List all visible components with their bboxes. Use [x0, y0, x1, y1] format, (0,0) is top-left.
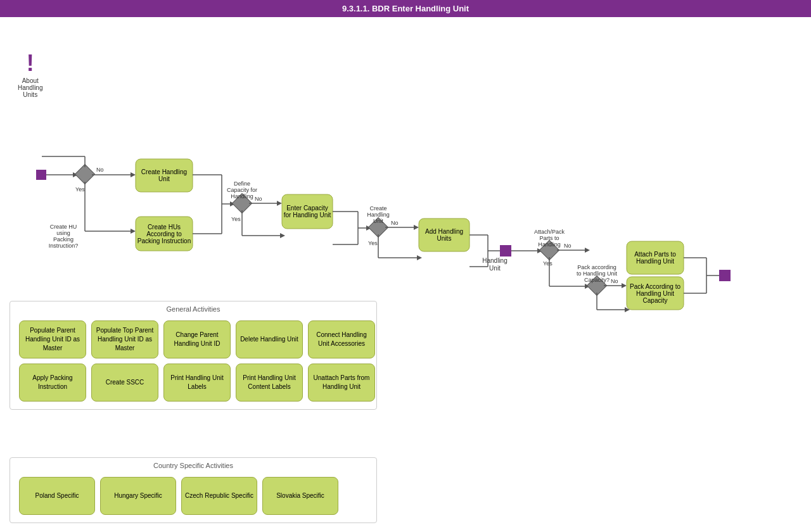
title-bar: 9.3.1.1. BDR Enter Handling Unit — [0, 0, 811, 17]
end-node — [719, 270, 731, 281]
svg-text:No: No — [255, 196, 262, 202]
svg-text:Unit: Unit — [489, 265, 501, 272]
svg-text:Define: Define — [234, 180, 250, 187]
country-btn-3[interactable]: Czech Republic Specific — [181, 477, 257, 515]
svg-marker-50 — [622, 283, 627, 288]
svg-text:Handling: Handling — [538, 241, 561, 248]
svg-text:Unit: Unit — [373, 218, 384, 224]
svg-marker-28 — [414, 225, 419, 230]
act-btn-7[interactable]: Create SSCC — [91, 364, 158, 402]
svg-text:No: No — [391, 220, 399, 226]
country-btn-1[interactable]: Poland Specific — [19, 477, 95, 515]
exclamation-icon: ! — [27, 52, 34, 75]
act-btn-8[interactable]: Print Handling Unit Labels — [163, 364, 231, 402]
svg-text:using: using — [56, 230, 70, 236]
svg-text:Yes: Yes — [231, 216, 241, 222]
svg-marker-16 — [277, 201, 282, 206]
svg-text:Yes: Yes — [368, 240, 378, 246]
svg-text:Handling: Handling — [482, 257, 507, 264]
act-btn-3[interactable]: Change Parent Handling Unit ID — [163, 320, 231, 358]
svg-text:Attach/Pack: Attach/Pack — [534, 229, 565, 235]
country-btn-2[interactable]: Hungary Specific — [100, 477, 176, 515]
svg-text:Parts to: Parts to — [539, 235, 559, 241]
svg-text:to Handling Unit: to Handling Unit — [577, 270, 618, 277]
svg-text:No: No — [564, 243, 572, 249]
act-btn-9[interactable]: Print Handling Unit Content Labels — [236, 364, 303, 402]
svg-text:Instruction?: Instruction? — [49, 243, 79, 249]
svg-marker-8 — [131, 229, 136, 234]
svg-marker-4 — [131, 172, 136, 177]
country-activities-title: Country Specific Activities — [10, 458, 376, 472]
act-btn-10[interactable]: Unattach Parts from Handling Unit — [308, 364, 375, 402]
about-label: AboutHandlingUnits — [18, 77, 42, 98]
svg-marker-43 — [585, 248, 590, 253]
diamond-1 — [75, 164, 94, 184]
svg-text:Create HU: Create HU — [50, 224, 77, 230]
act-btn-5[interactable]: Connect Handling Unit Accessories — [308, 320, 375, 358]
svg-text:Handling: Handling — [367, 212, 390, 218]
act-btn-4[interactable]: Delete Handling Unit — [236, 320, 303, 358]
handling-unit-node — [500, 245, 511, 256]
flow-diagram: No Yes Create Handling Unit Create HUs A… — [10, 118, 795, 296]
svg-text:Pack according: Pack according — [577, 264, 616, 270]
svg-marker-32 — [417, 255, 422, 260]
svg-text:No: No — [611, 278, 618, 284]
country-btn-4[interactable]: Slovakia Specific — [262, 477, 338, 515]
svg-text:Capacity?: Capacity? — [584, 277, 610, 283]
svg-text:Yes: Yes — [543, 260, 552, 267]
general-activities-title: General Activities — [10, 301, 376, 315]
general-activities-panel: General Activities Populate Parent Handl… — [10, 301, 377, 410]
start-node — [36, 170, 46, 180]
svg-marker-20 — [280, 233, 285, 238]
svg-text:Packing: Packing — [53, 236, 73, 243]
svg-text:Yes: Yes — [75, 186, 85, 193]
svg-text:Create: Create — [369, 205, 386, 212]
act-btn-6[interactable]: Apply Packing Instruction — [19, 364, 86, 402]
page-title: 9.3.1.1. BDR Enter Handling Unit — [342, 4, 469, 13]
svg-text:Capacity for: Capacity for — [227, 187, 257, 193]
act-btn-2[interactable]: Populate Top Parent Handling Unit ID as … — [91, 320, 158, 358]
act-btn-1[interactable]: Populate Parent Handling Unit ID as Mast… — [19, 320, 86, 358]
about-icon[interactable]: ! AboutHandlingUnits — [18, 52, 42, 98]
country-activities-panel: Country Specific Activities Poland Speci… — [10, 457, 377, 523]
svg-text:No: No — [96, 167, 104, 173]
svg-text:Handling: Handling — [231, 193, 253, 200]
